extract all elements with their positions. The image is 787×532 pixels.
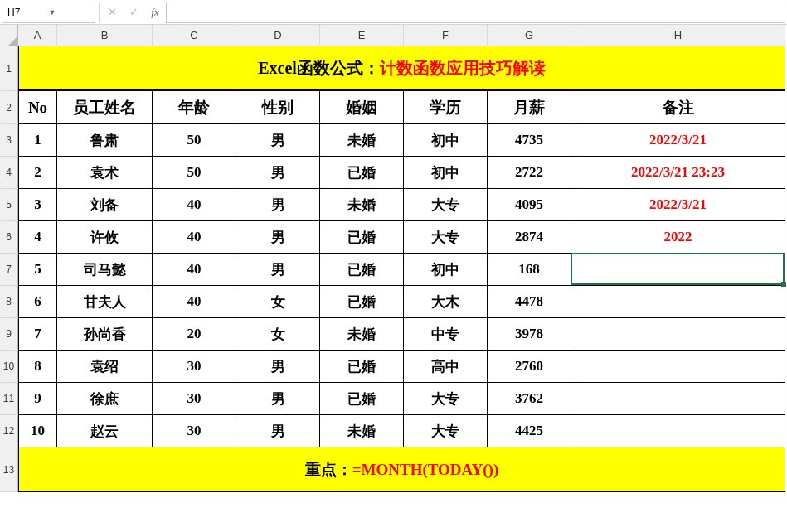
cell-salary-r5[interactable]: 168 <box>488 254 571 286</box>
cell-name-r6[interactable]: 甘夫人 <box>57 286 153 318</box>
cell-sex-r2[interactable]: 男 <box>236 157 320 189</box>
cell-sex-r10[interactable]: 男 <box>236 415 320 447</box>
cell-name-r4[interactable]: 许攸 <box>57 221 153 254</box>
cell-salary-r4[interactable]: 2874 <box>488 221 571 254</box>
row-header-11[interactable]: 11 <box>0 383 18 415</box>
header-age[interactable]: 年龄 <box>153 91 236 124</box>
row-header-5[interactable]: 5 <box>0 189 18 221</box>
name-box[interactable]: H7 ▼ <box>2 2 95 23</box>
header-edu[interactable]: 学历 <box>404 91 488 124</box>
cell-salary-r1[interactable]: 4735 <box>488 124 571 157</box>
cell-age-r5[interactable]: 40 <box>153 254 236 286</box>
cell-name-r9[interactable]: 徐庶 <box>57 383 153 415</box>
cell-edu-r5[interactable]: 初中 <box>404 254 488 286</box>
row-header-2[interactable]: 2 <box>0 91 18 124</box>
cell-no-r1[interactable]: 1 <box>18 124 57 157</box>
cell-age-r8[interactable]: 30 <box>153 351 236 383</box>
cell-sex-r9[interactable]: 男 <box>236 383 320 415</box>
header-no[interactable]: No <box>18 91 57 124</box>
cell-edu-r6[interactable]: 大木 <box>404 286 488 318</box>
cell-edu-r1[interactable]: 初中 <box>404 124 488 157</box>
cell-salary-r10[interactable]: 4425 <box>488 415 571 447</box>
cell-edu-r10[interactable]: 大专 <box>404 415 488 447</box>
cell-salary-r6[interactable]: 4478 <box>488 286 571 318</box>
cell-marriage-r2[interactable]: 已婚 <box>320 157 404 189</box>
cell-salary-r8[interactable]: 2760 <box>488 351 571 383</box>
row-header-3[interactable]: 3 <box>0 124 18 157</box>
cell-salary-r3[interactable]: 4095 <box>488 189 571 221</box>
cell-no-r2[interactable]: 2 <box>18 157 57 189</box>
row-header-1[interactable]: 1 <box>0 46 18 91</box>
cell-marriage-r3[interactable]: 未婚 <box>320 189 404 221</box>
cell-edu-r8[interactable]: 高中 <box>404 351 488 383</box>
select-all-corner[interactable] <box>0 25 18 46</box>
cell-sex-r1[interactable]: 男 <box>236 124 320 157</box>
cell-age-r7[interactable]: 20 <box>153 318 236 351</box>
cell-no-r9[interactable]: 9 <box>18 383 57 415</box>
cell-edu-r2[interactable]: 初中 <box>404 157 488 189</box>
cell-marriage-r10[interactable]: 未婚 <box>320 415 404 447</box>
cell-age-r1[interactable]: 50 <box>153 124 236 157</box>
header-salary[interactable]: 月薪 <box>488 91 571 124</box>
cell-age-r2[interactable]: 50 <box>153 157 236 189</box>
cell-salary-r9[interactable]: 3762 <box>488 383 571 415</box>
cell-name-r8[interactable]: 袁绍 <box>57 351 153 383</box>
cell-remark-r9[interactable] <box>571 383 785 415</box>
cell-marriage-r1[interactable]: 未婚 <box>320 124 404 157</box>
cell-remark-r3[interactable]: 2022/3/21 <box>571 189 785 221</box>
fx-icon[interactable]: fx <box>144 2 166 22</box>
cell-edu-r9[interactable]: 大专 <box>404 383 488 415</box>
cell-no-r8[interactable]: 8 <box>18 351 57 383</box>
cell-remark-r8[interactable] <box>571 351 785 383</box>
cell-salary-r2[interactable]: 2722 <box>488 157 571 189</box>
column-header-G[interactable]: G <box>488 25 571 46</box>
cell-no-r4[interactable]: 4 <box>18 221 57 254</box>
cell-remark-r5[interactable] <box>571 254 785 286</box>
cell-age-r6[interactable]: 40 <box>153 286 236 318</box>
header-marriage[interactable]: 婚姻 <box>320 91 404 124</box>
column-header-H[interactable]: H <box>571 25 785 46</box>
cell-no-r3[interactable]: 3 <box>18 189 57 221</box>
header-name[interactable]: 员工姓名 <box>57 91 153 124</box>
cell-marriage-r6[interactable]: 已婚 <box>320 286 404 318</box>
row-header-10[interactable]: 10 <box>0 351 18 383</box>
cell-salary-r7[interactable]: 3978 <box>488 318 571 351</box>
footer-cell[interactable]: 重点：=MONTH(TODAY()) <box>18 447 785 492</box>
cell-marriage-r4[interactable]: 已婚 <box>320 221 404 254</box>
cell-sex-r6[interactable]: 女 <box>236 286 320 318</box>
cell-remark-r6[interactable] <box>571 286 785 318</box>
cell-name-r5[interactable]: 司马懿 <box>57 254 153 286</box>
row-header-4[interactable]: 4 <box>0 157 18 189</box>
cell-sex-r8[interactable]: 男 <box>236 351 320 383</box>
title-cell[interactable]: Excel函数公式：计数函数应用技巧解读 <box>18 46 785 91</box>
cell-sex-r7[interactable]: 女 <box>236 318 320 351</box>
cell-edu-r3[interactable]: 大专 <box>404 189 488 221</box>
formula-input[interactable] <box>166 2 785 23</box>
column-header-F[interactable]: F <box>404 25 488 46</box>
cell-age-r4[interactable]: 40 <box>153 221 236 254</box>
row-header-13[interactable]: 13 <box>0 447 18 492</box>
cell-marriage-r5[interactable]: 已婚 <box>320 254 404 286</box>
cell-no-r5[interactable]: 5 <box>18 254 57 286</box>
column-header-B[interactable]: B <box>57 25 153 46</box>
cell-no-r7[interactable]: 7 <box>18 318 57 351</box>
cell-marriage-r7[interactable]: 未婚 <box>320 318 404 351</box>
cell-no-r10[interactable]: 10 <box>18 415 57 447</box>
row-header-6[interactable]: 6 <box>0 221 18 254</box>
row-header-9[interactable]: 9 <box>0 318 18 351</box>
header-sex[interactable]: 性别 <box>236 91 320 124</box>
cell-remark-r4[interactable]: 2022 <box>571 221 785 254</box>
cell-sex-r3[interactable]: 男 <box>236 189 320 221</box>
cell-name-r3[interactable]: 刘备 <box>57 189 153 221</box>
cell-marriage-r9[interactable]: 已婚 <box>320 383 404 415</box>
column-header-D[interactable]: D <box>236 25 320 46</box>
cell-age-r10[interactable]: 30 <box>153 415 236 447</box>
cell-name-r10[interactable]: 赵云 <box>57 415 153 447</box>
cell-age-r9[interactable]: 30 <box>153 383 236 415</box>
row-header-12[interactable]: 12 <box>0 415 18 447</box>
cell-name-r2[interactable]: 袁术 <box>57 157 153 189</box>
cell-name-r1[interactable]: 鲁肃 <box>57 124 153 157</box>
cell-edu-r4[interactable]: 大专 <box>404 221 488 254</box>
cell-marriage-r8[interactable]: 已婚 <box>320 351 404 383</box>
cell-edu-r7[interactable]: 中专 <box>404 318 488 351</box>
